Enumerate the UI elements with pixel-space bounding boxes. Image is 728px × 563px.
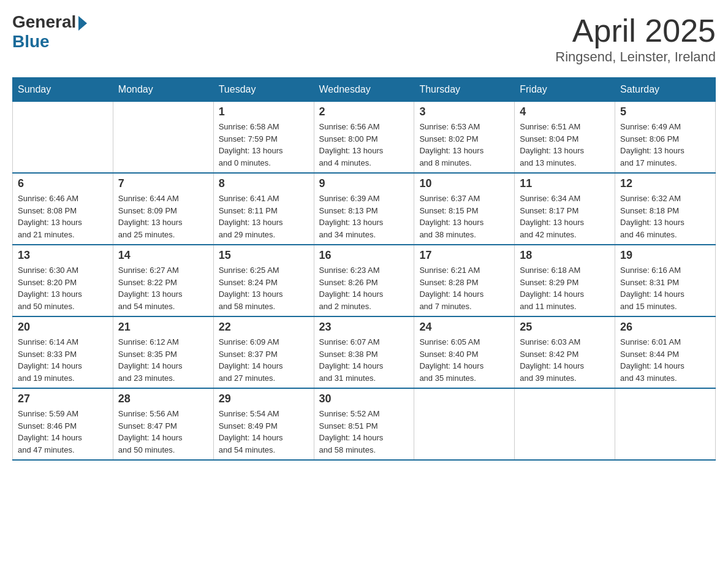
daylight-text-cont: and 58 minutes. [219,301,309,313]
sunrise-text: Sunrise: 5:59 AM [18,408,108,420]
sunset-text: Sunset: 8:04 PM [520,133,610,145]
sunrise-text: Sunrise: 6:09 AM [219,336,309,348]
day-info: Sunrise: 6:14 AMSunset: 8:33 PMDaylight:… [18,336,108,384]
sunset-text: Sunset: 8:47 PM [118,420,208,432]
daylight-text: Daylight: 13 hours [118,216,208,229]
sunset-text: Sunset: 7:59 PM [219,133,309,145]
day-number: 13 [18,249,108,262]
calendar-day-cell: 15Sunrise: 6:25 AMSunset: 8:24 PMDayligh… [213,245,314,316]
sunrise-text: Sunrise: 5:56 AM [118,408,208,420]
day-number: 14 [118,249,208,262]
daylight-text: Daylight: 13 hours [219,288,309,301]
logo: General Blue [12,12,87,52]
calendar-day-cell: 16Sunrise: 6:23 AMSunset: 8:26 PMDayligh… [314,245,414,316]
calendar-day-cell: 30Sunrise: 5:52 AMSunset: 8:51 PMDayligh… [314,388,414,460]
daylight-text: Daylight: 13 hours [219,216,309,229]
day-info: Sunrise: 6:01 AMSunset: 8:44 PMDaylight:… [620,336,710,384]
weekday-header: Wednesday [314,78,414,102]
day-info: Sunrise: 6:32 AMSunset: 8:18 PMDaylight:… [620,193,710,240]
sunset-text: Sunset: 8:49 PM [219,420,309,432]
calendar-day-cell [615,388,716,460]
calendar-day-cell: 29Sunrise: 5:54 AMSunset: 8:49 PMDayligh… [213,388,314,460]
daylight-text: Daylight: 14 hours [219,360,309,372]
daylight-text-cont: and 7 minutes. [419,301,509,313]
sunrise-text: Sunrise: 6:16 AM [620,264,710,277]
title-section: April 2025 Ringsend, Leinster, Ireland [555,12,716,65]
day-number: 15 [219,249,309,262]
day-number: 29 [219,393,309,405]
daylight-text: Daylight: 13 hours [620,145,710,157]
sunrise-text: Sunrise: 5:54 AM [219,408,309,420]
daylight-text-cont: and 11 minutes. [520,301,610,313]
daylight-text-cont: and 15 minutes. [620,301,710,313]
sunrise-text: Sunrise: 6:21 AM [419,264,509,277]
sunset-text: Sunset: 8:20 PM [18,277,108,289]
daylight-text: Daylight: 14 hours [419,288,509,301]
daylight-text: Daylight: 14 hours [419,360,509,372]
daylight-text-cont: and 46 minutes. [620,229,710,241]
calendar-day-cell: 3Sunrise: 6:53 AMSunset: 8:02 PMDaylight… [414,102,515,174]
daylight-text-cont: and 29 minutes. [219,229,309,241]
daylight-text-cont: and 4 minutes. [319,157,409,169]
logo-arrow-icon [78,16,87,31]
daylight-text: Daylight: 13 hours [18,216,108,229]
calendar-day-cell: 14Sunrise: 6:27 AMSunset: 8:22 PMDayligh… [113,245,213,316]
daylight-text-cont: and 21 minutes. [18,229,108,241]
sunset-text: Sunset: 8:17 PM [520,205,610,217]
calendar-day-cell: 8Sunrise: 6:41 AMSunset: 8:11 PMDaylight… [213,173,314,245]
daylight-text: Daylight: 14 hours [520,360,610,372]
sunrise-text: Sunrise: 6:37 AM [419,193,509,205]
daylight-text: Daylight: 13 hours [520,216,610,229]
sunrise-text: Sunrise: 6:58 AM [219,121,309,133]
day-number: 1 [219,105,309,118]
daylight-text-cont: and 50 minutes. [118,444,208,456]
sunset-text: Sunset: 8:29 PM [520,277,610,289]
daylight-text: Daylight: 13 hours [219,145,309,157]
sunrise-text: Sunrise: 6:44 AM [118,193,208,205]
day-info: Sunrise: 6:37 AMSunset: 8:15 PMDaylight:… [419,193,509,240]
calendar-week-row: 1Sunrise: 6:58 AMSunset: 7:59 PMDaylight… [13,102,716,174]
calendar-week-row: 13Sunrise: 6:30 AMSunset: 8:20 PMDayligh… [13,245,716,316]
day-number: 24 [419,321,509,334]
day-number: 2 [319,105,409,118]
sunset-text: Sunset: 8:09 PM [118,205,208,217]
daylight-text: Daylight: 13 hours [520,145,610,157]
calendar-day-cell: 6Sunrise: 6:46 AMSunset: 8:08 PMDaylight… [13,173,113,245]
daylight-text: Daylight: 14 hours [620,288,710,301]
day-info: Sunrise: 6:56 AMSunset: 8:00 PMDaylight:… [319,121,409,169]
sunset-text: Sunset: 8:44 PM [620,348,710,361]
sunrise-text: Sunrise: 6:18 AM [520,264,610,277]
sunrise-text: Sunrise: 6:46 AM [18,193,108,205]
sunset-text: Sunset: 8:13 PM [319,205,409,217]
day-info: Sunrise: 6:16 AMSunset: 8:31 PMDaylight:… [620,264,710,312]
calendar-day-cell: 1Sunrise: 6:58 AMSunset: 7:59 PMDaylight… [213,102,314,174]
calendar-header-row: SundayMondayTuesdayWednesdayThursdayFrid… [13,78,716,102]
day-number: 10 [419,177,509,190]
sunrise-text: Sunrise: 6:14 AM [18,336,108,348]
daylight-text: Daylight: 14 hours [18,360,108,372]
sunset-text: Sunset: 8:31 PM [620,277,710,289]
day-number: 19 [620,249,710,262]
calendar-day-cell [515,388,615,460]
sunset-text: Sunset: 8:06 PM [620,133,710,145]
day-info: Sunrise: 5:56 AMSunset: 8:47 PMDaylight:… [118,408,208,456]
daylight-text-cont: and 54 minutes. [118,301,208,313]
daylight-text-cont: and 19 minutes. [18,372,108,385]
calendar-day-cell: 24Sunrise: 6:05 AMSunset: 8:40 PMDayligh… [414,316,515,388]
day-info: Sunrise: 6:09 AMSunset: 8:37 PMDaylight:… [219,336,309,384]
daylight-text: Daylight: 14 hours [219,432,309,444]
day-number: 11 [520,177,610,190]
day-number: 6 [18,177,108,190]
daylight-text-cont: and 50 minutes. [18,301,108,313]
daylight-text-cont: and 39 minutes. [520,372,610,385]
calendar-table: SundayMondayTuesdayWednesdayThursdayFrid… [12,77,716,461]
sunset-text: Sunset: 8:38 PM [319,348,409,361]
day-number: 25 [520,321,610,334]
day-number: 20 [18,321,108,334]
calendar-day-cell: 22Sunrise: 6:09 AMSunset: 8:37 PMDayligh… [213,316,314,388]
daylight-text: Daylight: 13 hours [18,288,108,301]
weekday-header: Tuesday [213,78,314,102]
sunset-text: Sunset: 8:42 PM [520,348,610,361]
daylight-text-cont: and 42 minutes. [520,229,610,241]
sunset-text: Sunset: 8:46 PM [18,420,108,432]
